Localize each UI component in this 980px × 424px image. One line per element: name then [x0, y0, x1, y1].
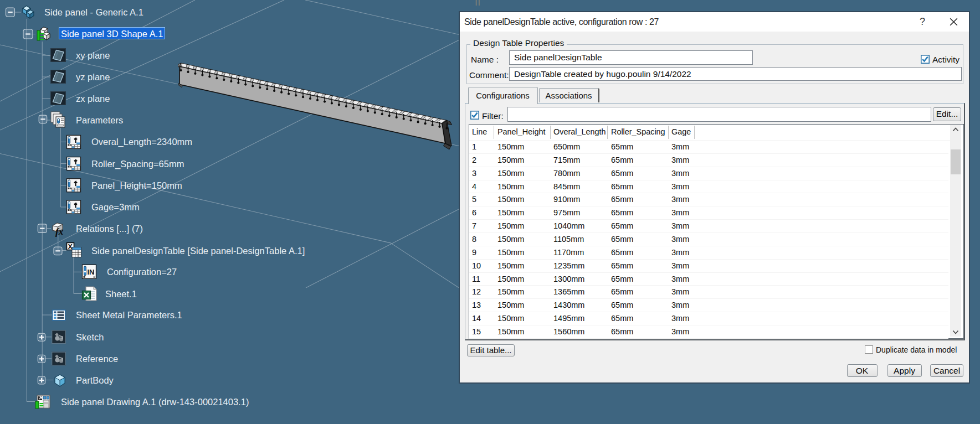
- svg-text:IN: IN: [88, 268, 95, 276]
- svg-text:fx: fx: [55, 226, 64, 237]
